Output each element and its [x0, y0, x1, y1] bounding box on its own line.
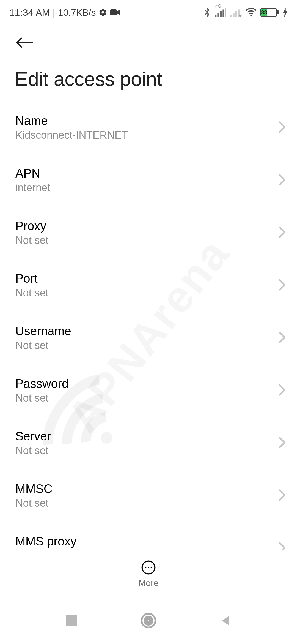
- gear-icon: [98, 8, 107, 17]
- setting-text: ServerNot set: [15, 429, 51, 457]
- setting-label: Proxy: [15, 219, 48, 233]
- svg-point-15: [151, 567, 152, 568]
- setting-row-apn[interactable]: APNinternet: [0, 154, 297, 206]
- svg-rect-6: [225, 8, 226, 17]
- svg-rect-2: [215, 15, 216, 17]
- setting-label: Server: [15, 429, 51, 443]
- more-circle-icon: [141, 560, 156, 575]
- page-title: Edit access point: [14, 68, 283, 101]
- setting-text: MMSCNot set: [15, 482, 52, 509]
- setting-label: Port: [15, 272, 48, 285]
- setting-row-password[interactable]: PasswordNot set: [0, 364, 297, 417]
- battery-fill: 38: [261, 9, 267, 16]
- back-button[interactable]: [15, 33, 34, 52]
- svg-rect-3: [217, 13, 219, 17]
- more-button[interactable]: More: [139, 560, 159, 588]
- svg-rect-1: [110, 9, 117, 15]
- setting-text: UsernameNot set: [15, 324, 71, 351]
- setting-row-name[interactable]: NameKidsconnect-INTERNET: [0, 101, 297, 154]
- svg-point-14: [148, 567, 149, 568]
- bottom-toolbar: More: [0, 550, 297, 597]
- setting-value: Not set: [15, 234, 48, 246]
- setting-value: Not set: [15, 497, 52, 509]
- wifi-icon: [246, 8, 257, 17]
- status-right: 4G 38: [203, 7, 288, 17]
- nav-home-button[interactable]: [139, 611, 158, 630]
- nav-back-button[interactable]: [216, 611, 235, 630]
- chevron-right-icon: [278, 121, 286, 134]
- setting-value: internet: [15, 182, 50, 194]
- svg-point-13: [145, 567, 147, 568]
- status-separator: |: [53, 7, 55, 18]
- setting-text: APNinternet: [15, 167, 50, 194]
- setting-row-port[interactable]: PortNot set: [0, 259, 297, 312]
- status-left: 11:34 AM | 10.7KB/s: [9, 7, 120, 18]
- bluetooth-icon: [203, 7, 211, 17]
- setting-label: Name: [15, 114, 128, 128]
- header: Edit access point: [0, 25, 297, 101]
- setting-label: MMS proxy: [15, 534, 76, 548]
- status-time: 11:34 AM: [9, 7, 50, 18]
- chevron-right-icon: [278, 384, 286, 397]
- system-nav-bar: [0, 597, 297, 644]
- chevron-right-icon: [278, 174, 286, 187]
- network-type-badge: 4G: [215, 4, 221, 9]
- setting-text: ProxyNot set: [15, 219, 48, 246]
- setting-label: Password: [15, 377, 68, 391]
- triangle-left-icon: [219, 615, 232, 627]
- chevron-right-icon: [278, 489, 286, 502]
- setting-text: PortNot set: [15, 272, 48, 299]
- nav-recent-button[interactable]: [62, 611, 81, 630]
- chevron-right-icon: [278, 226, 286, 239]
- setting-row-proxy[interactable]: ProxyNot set: [0, 206, 297, 259]
- more-label: More: [139, 578, 159, 588]
- circle-icon: [141, 613, 156, 628]
- svg-point-11: [250, 15, 252, 16]
- setting-label: APN: [15, 167, 50, 180]
- setting-label: Username: [15, 324, 71, 338]
- setting-row-server[interactable]: ServerNot set: [0, 417, 297, 469]
- videocam-icon: [110, 9, 120, 16]
- setting-value: Not set: [15, 392, 68, 404]
- setting-value: Not set: [15, 445, 51, 457]
- battery-indicator: 38: [260, 8, 279, 17]
- setting-row-username[interactable]: UsernameNot set: [0, 312, 297, 364]
- setting-text: PasswordNot set: [15, 377, 68, 404]
- chevron-right-icon: [278, 279, 286, 292]
- status-bar: 11:34 AM | 10.7KB/s 4G: [0, 0, 297, 25]
- screen: APNArena 11:34 AM | 10.7KB/s 4G: [0, 0, 297, 644]
- setting-label: MMSC: [15, 482, 52, 496]
- setting-value: Kidsconnect-INTERNET: [15, 129, 128, 141]
- chevron-right-icon: [278, 436, 286, 450]
- svg-rect-4: [220, 11, 222, 17]
- svg-rect-8: [233, 13, 234, 17]
- setting-value: Not set: [15, 340, 71, 351]
- svg-rect-7: [230, 15, 232, 17]
- charging-bolt-icon: [283, 8, 288, 17]
- settings-list: NameKidsconnect-INTERNETAPNinternetProxy…: [0, 101, 297, 602]
- setting-value: Not set: [15, 287, 48, 299]
- setting-row-mmsc[interactable]: MMSCNot set: [0, 469, 297, 522]
- svg-rect-5: [222, 10, 224, 17]
- status-netspeed: 10.7KB/s: [58, 7, 96, 18]
- signal-sim2-icon: [230, 8, 242, 17]
- chevron-right-icon: [278, 331, 286, 345]
- svg-rect-9: [235, 11, 237, 17]
- setting-text: NameKidsconnect-INTERNET: [15, 114, 128, 141]
- arrow-left-icon: [16, 36, 33, 49]
- signal-sim1-icon: 4G: [215, 8, 226, 17]
- square-icon: [66, 615, 77, 626]
